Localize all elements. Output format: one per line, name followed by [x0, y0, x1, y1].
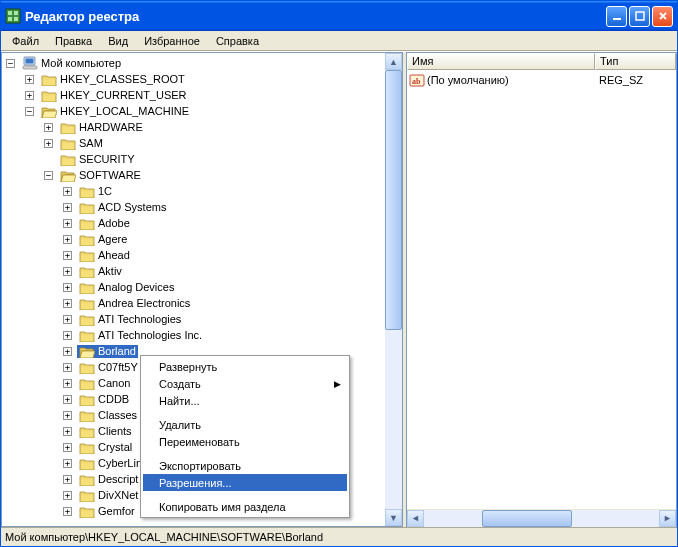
- scroll-right-button[interactable]: ►: [659, 510, 676, 527]
- folder-icon: [79, 505, 95, 518]
- folder-icon: [79, 265, 95, 278]
- tree-label: Мой компьютер: [41, 57, 121, 69]
- computer-icon: [22, 55, 38, 71]
- folder-icon: [79, 297, 95, 310]
- tree-software-child[interactable]: +ATI Technologies Inc.: [63, 327, 385, 343]
- submenu-arrow-icon: ▶: [334, 379, 341, 389]
- window: Редактор реестра Файл Правка Вид Избранн…: [0, 0, 678, 547]
- column-header-name[interactable]: Имя: [407, 53, 595, 70]
- context-expand[interactable]: Развернуть: [143, 358, 347, 375]
- titlebar[interactable]: Редактор реестра: [1, 1, 677, 31]
- scroll-thumb[interactable]: [385, 70, 402, 330]
- tree-security[interactable]: SECURITY: [44, 151, 385, 167]
- context-copy-key[interactable]: Копировать имя раздела: [143, 498, 347, 515]
- svg-rect-11: [636, 12, 644, 20]
- menu-file[interactable]: Файл: [5, 34, 46, 48]
- value-row[interactable]: (По умолчанию) REG_SZ: [407, 71, 676, 88]
- expand-icon[interactable]: +: [63, 187, 72, 196]
- expand-icon[interactable]: +: [63, 443, 72, 452]
- context-new[interactable]: Создать▶: [143, 375, 347, 392]
- expand-icon[interactable]: +: [63, 491, 72, 500]
- menu-view[interactable]: Вид: [101, 34, 135, 48]
- minimize-button[interactable]: [606, 6, 627, 27]
- expand-icon[interactable]: +: [63, 299, 72, 308]
- tree-label: CDDB: [98, 393, 129, 405]
- scroll-up-button[interactable]: ▲: [385, 53, 402, 70]
- expand-icon[interactable]: +: [44, 123, 53, 132]
- menu-help[interactable]: Справка: [209, 34, 266, 48]
- tree-hardware[interactable]: +HARDWARE: [44, 119, 385, 135]
- reg-string-icon: [409, 72, 425, 88]
- expand-icon[interactable]: +: [63, 427, 72, 436]
- folder-icon: [79, 377, 95, 390]
- values-list[interactable]: (По умолчанию) REG_SZ: [407, 70, 676, 509]
- scroll-left-button[interactable]: ◄: [407, 510, 424, 527]
- expand-icon[interactable]: +: [63, 475, 72, 484]
- tree-software-child[interactable]: +Andrea Electronics: [63, 295, 385, 311]
- tree-software-child[interactable]: +Ahead: [63, 247, 385, 263]
- menu-favorites[interactable]: Избранное: [137, 34, 207, 48]
- tree-software[interactable]: −SOFTWARE: [44, 167, 385, 183]
- column-header-type[interactable]: Тип: [595, 53, 676, 70]
- expand-icon[interactable]: +: [63, 315, 72, 324]
- expand-icon[interactable]: +: [63, 283, 72, 292]
- expand-icon[interactable]: +: [25, 75, 34, 84]
- expand-icon[interactable]: +: [63, 379, 72, 388]
- tree-label: SOFTWARE: [79, 169, 141, 181]
- folder-icon: [79, 249, 95, 262]
- scroll-down-button[interactable]: ▼: [385, 509, 402, 526]
- values-horizontal-scrollbar[interactable]: ◄ ►: [407, 509, 676, 526]
- context-export[interactable]: Экспортировать: [143, 457, 347, 474]
- folder-icon: [79, 329, 95, 342]
- expand-icon[interactable]: +: [63, 347, 72, 356]
- tree-software-child[interactable]: +ACD Systems: [63, 199, 385, 215]
- collapse-icon[interactable]: −: [6, 59, 15, 68]
- maximize-button[interactable]: [629, 6, 650, 27]
- folder-open-icon: [60, 169, 76, 182]
- tree-label: CyberLin: [98, 457, 142, 469]
- value-name: (По умолчанию): [427, 74, 509, 86]
- expand-icon[interactable]: +: [63, 395, 72, 404]
- context-delete[interactable]: Удалить: [143, 416, 347, 433]
- tree-software-child[interactable]: +Analog Devices: [63, 279, 385, 295]
- tree-software-child[interactable]: +Agere: [63, 231, 385, 247]
- tree-hkcu[interactable]: +HKEY_CURRENT_USER: [25, 87, 385, 103]
- expand-icon[interactable]: +: [25, 91, 34, 100]
- expand-icon[interactable]: +: [63, 203, 72, 212]
- close-button[interactable]: [652, 6, 673, 27]
- expand-icon[interactable]: +: [63, 507, 72, 516]
- expand-icon[interactable]: +: [63, 459, 72, 468]
- tree-hklm[interactable]: −HKEY_LOCAL_MACHINE: [25, 103, 385, 119]
- expand-icon[interactable]: +: [63, 267, 72, 276]
- tree-software-child[interactable]: +Adobe: [63, 215, 385, 231]
- tree-hkcr[interactable]: +HKEY_CLASSES_ROOT: [25, 71, 385, 87]
- expand-icon[interactable]: +: [63, 219, 72, 228]
- scroll-track[interactable]: [385, 70, 402, 509]
- tree-software-child[interactable]: +1C: [63, 183, 385, 199]
- tree-root[interactable]: − Мой компьютер: [6, 55, 385, 71]
- tree-software-child[interactable]: +ATI Technologies: [63, 311, 385, 327]
- expand-icon[interactable]: +: [63, 363, 72, 372]
- tree-label: Clients: [98, 425, 132, 437]
- tree-label: HKEY_LOCAL_MACHINE: [60, 105, 189, 117]
- menu-edit[interactable]: Правка: [48, 34, 99, 48]
- expand-icon[interactable]: +: [63, 331, 72, 340]
- scroll-track[interactable]: [424, 510, 659, 527]
- folder-icon: [79, 457, 95, 470]
- tree-label: HARDWARE: [79, 121, 143, 133]
- context-rename[interactable]: Переименовать: [143, 433, 347, 450]
- scroll-thumb[interactable]: [482, 510, 572, 527]
- collapse-icon[interactable]: −: [44, 171, 53, 180]
- window-title: Редактор реестра: [25, 9, 606, 24]
- expand-icon[interactable]: +: [44, 139, 53, 148]
- tree-vertical-scrollbar[interactable]: ▲ ▼: [385, 53, 402, 526]
- tree-software-child[interactable]: +Aktiv: [63, 263, 385, 279]
- expand-icon[interactable]: +: [63, 411, 72, 420]
- expand-icon[interactable]: +: [63, 235, 72, 244]
- expand-icon[interactable]: +: [63, 251, 72, 260]
- tree-sam[interactable]: +SAM: [44, 135, 385, 151]
- context-find[interactable]: Найти...: [143, 392, 347, 409]
- context-permissions[interactable]: Разрешения...: [143, 474, 347, 491]
- tree-label: Aktiv: [98, 265, 122, 277]
- collapse-icon[interactable]: −: [25, 107, 34, 116]
